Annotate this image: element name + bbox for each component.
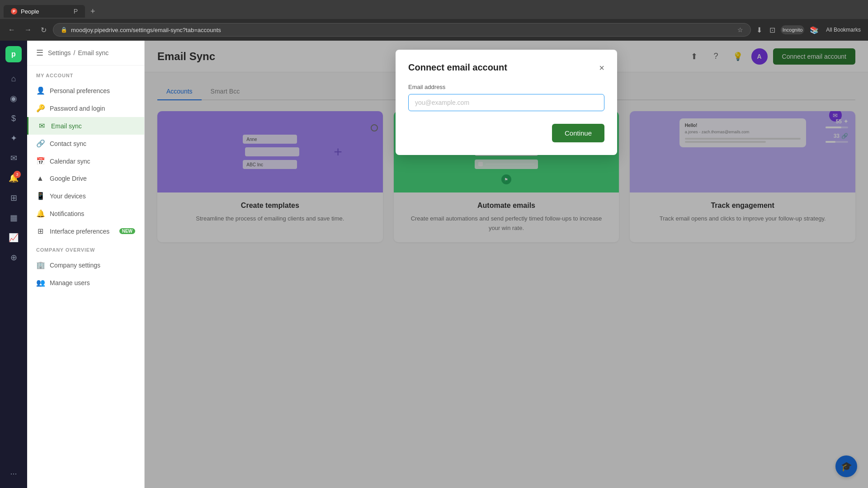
sidebar-item-company-settings[interactable]: 🏢 Company settings [27,256,144,274]
sidebar-item-manage-users[interactable]: 👥 Manage users [27,274,144,291]
notifications-label: Notifications [50,210,84,217]
your-devices-label: Your devices [50,192,86,200]
modal-title: Connect email account [408,62,507,73]
url-text: moodjoy.pipedrive.com/settings/email-syn… [71,27,221,33]
sidebar-item-interface-preferences[interactable]: ⊞ Interface preferences NEW [27,222,144,240]
contact-sync-icon: 🔗 [36,139,44,148]
google-drive-label: Google Drive [50,175,87,182]
lock-icon: 🔒 [61,27,67,33]
modal-footer: Continue [408,124,604,142]
sidebar-icon-notifications[interactable]: 🔔 3 [5,169,23,187]
sidebar-item-personal-preferences[interactable]: 👤 Personal preferences [27,82,144,99]
deals-icon: $ [11,114,16,123]
password-login-label: Password and login [50,105,105,112]
browser-tab[interactable]: P People P [4,5,85,18]
tab-close-icon[interactable]: P [74,8,78,15]
download-icon[interactable]: ⬇ [755,24,764,36]
devices-icon: 📱 [36,192,44,200]
home-icon: ⌂ [11,74,16,84]
sidebar-icon-mail[interactable]: ✉ [5,149,23,167]
address-bar[interactable]: 🔒 moodjoy.pipedrive.com/settings/email-s… [53,23,751,37]
more-icon: ··· [10,469,17,479]
connect-email-modal: Connect email account × Email address Co… [396,50,617,155]
main-content: Email Sync ⬆ ? 💡 A Connect email account… [145,41,868,488]
breadcrumb-settings[interactable]: Settings [48,49,71,56]
email-sync-label: Email sync [51,122,82,130]
personal-preferences-label: Personal preferences [50,87,110,94]
mail-icon: ✉ [10,153,17,163]
sidebar-icon-integrations[interactable]: ⊕ [5,249,23,267]
sidebar-icon-analytics[interactable]: 📈 [5,229,23,247]
bookmarks-icon[interactable]: 📚 [808,24,821,36]
sidebar-icon-chart[interactable]: ◉ [5,89,23,108]
breadcrumb: Settings / Email sync [48,49,108,56]
tab-bar: P People P + [0,0,868,19]
forward-button[interactable]: → [22,24,34,36]
icon-sidebar: p ⌂ ◉ $ ✦ ✉ 🔔 3 ⊞ ▦ 📈 ⊕ ··· [0,41,27,488]
integrations-icon: ⊕ [10,253,17,263]
notifications-badge: 3 [14,171,21,178]
my-account-section: MY ACCOUNT [27,66,144,82]
sidebar-icon-tasks[interactable]: ⊞ [5,189,23,207]
tasks-icon: ⊞ [10,193,17,203]
modal-overlay[interactable]: Connect email account × Email address Co… [145,41,868,488]
back-button[interactable]: ← [5,24,18,36]
new-tab-button[interactable]: + [87,6,99,17]
interface-preferences-label: Interface preferences [50,228,109,235]
contacts-icon: ✦ [10,133,17,143]
incognito-badge: Incognito [781,25,805,34]
new-badge: NEW [119,228,135,234]
sidebar-icon-home[interactable]: ⌂ [5,70,23,88]
bookmarks-label: All Bookmarks [824,25,863,35]
sidebar-item-calendar-sync[interactable]: 📅 Calendar sync [27,152,144,170]
app-logo[interactable]: p [5,46,22,62]
sidebar-item-contact-sync[interactable]: 🔗 Contact sync [27,135,144,152]
tab-favicon: P [11,8,17,14]
sidebar-icon-calendar[interactable]: ▦ [5,209,23,227]
sidebar-toggle-icon[interactable]: ⊡ [768,24,777,36]
company-overview-section: COMPANY OVERVIEW [27,240,144,256]
email-address-input[interactable] [408,94,604,111]
modal-header: Connect email account × [408,62,604,73]
notification-icon: 🔔 [36,209,44,218]
sidebar-icon-more[interactable]: ··· [5,465,23,483]
users-icon: 👥 [36,278,44,287]
browser-nav: ← → ↻ 🔒 moodjoy.pipedrive.com/settings/e… [0,19,868,41]
google-drive-icon: ▲ [36,174,44,183]
chart-icon: ◉ [10,94,17,103]
sidebar-item-notifications[interactable]: 🔔 Notifications [27,205,144,222]
sidebar-icon-deals[interactable]: $ [5,109,23,127]
star-icon[interactable]: ☆ [737,26,743,33]
sidebar-icon-contacts[interactable]: ✦ [5,129,23,147]
sidebar-item-your-devices[interactable]: 📱 Your devices [27,187,144,205]
email-sync-icon: ✉ [38,122,46,130]
contact-sync-label: Contact sync [50,140,86,147]
email-address-label: Email address [408,84,604,90]
menu-toggle-icon[interactable]: ☰ [36,48,43,58]
calendar-icon: ▦ [10,213,18,223]
analytics-icon: 📈 [9,233,19,243]
modal-close-button[interactable]: × [599,63,604,72]
company-settings-label: Company settings [50,262,100,269]
refresh-button[interactable]: ↻ [38,24,49,36]
calendar-sync-icon: 📅 [36,157,44,165]
interface-icon: ⊞ [36,227,44,235]
manage-users-label: Manage users [50,279,90,286]
calendar-sync-label: Calendar sync [50,158,90,165]
breadcrumb-separator: / [74,49,75,56]
breadcrumb-current: Email sync [78,49,108,56]
key-icon: 🔑 [36,104,44,113]
sidebar-item-google-drive[interactable]: ▲ Google Drive [27,170,144,187]
settings-sidebar: ☰ Settings / Email sync MY ACCOUNT 👤 Per… [27,41,145,488]
person-icon: 👤 [36,86,44,95]
nav-actions: ⬇ ⊡ Incognito 📚 All Bookmarks [755,24,863,36]
tab-title: People [21,8,39,15]
continue-button[interactable]: Continue [552,124,604,142]
sidebar-item-password-login[interactable]: 🔑 Password and login [27,99,144,117]
settings-header: ☰ Settings / Email sync [27,41,144,66]
company-icon: 🏢 [36,261,44,269]
sidebar-item-email-sync[interactable]: ✉ Email sync [27,117,144,135]
